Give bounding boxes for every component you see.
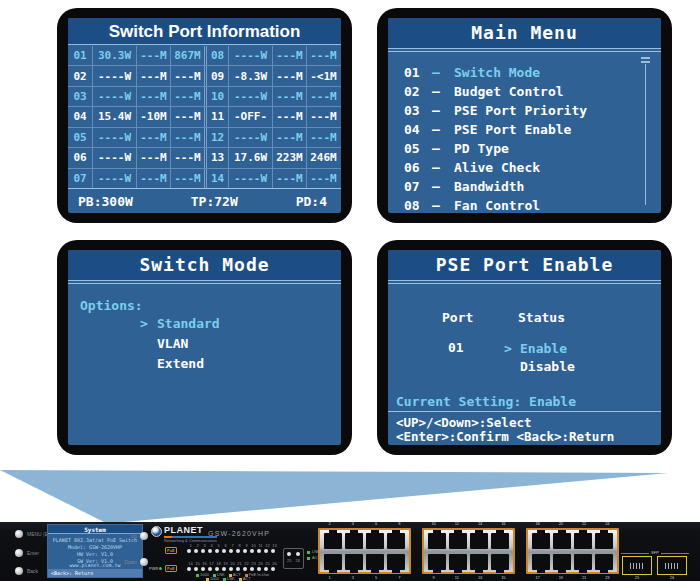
main-menu-list: 01–Switch Mode02–Budget Control03–PSE Po… — [404, 63, 632, 213]
port-value-cell: ---M — [170, 107, 204, 126]
led-row-bottom — [187, 567, 275, 571]
screen-port-info: Switch Port Information 0130.3W---M867M0… — [68, 18, 341, 213]
port-number-label: 3 — [341, 576, 364, 580]
menu-esc-button[interactable] — [15, 530, 23, 538]
port-led — [257, 549, 261, 553]
led-number: 13 — [271, 544, 278, 548]
port-number-label: 9 — [422, 576, 445, 580]
menu-item-alive-check[interactable]: 06–Alive Check — [404, 158, 632, 177]
port-led — [257, 567, 261, 571]
switch-mode-option-list: >StandardVLANExtend — [140, 314, 220, 374]
led-number: 14 — [187, 562, 194, 566]
menu-item-fan-control[interactable]: 08–Fan Control — [404, 196, 632, 213]
port-led — [264, 567, 268, 571]
port-value-cell: ---M — [136, 128, 170, 147]
port-led — [222, 567, 226, 571]
down-button[interactable] — [140, 558, 148, 566]
port-led — [236, 549, 240, 553]
menu-item-number: 08 — [404, 196, 432, 213]
rj45-port — [532, 533, 550, 549]
rj45-port — [428, 533, 446, 549]
port-number-label: 21 — [573, 576, 596, 580]
port-number-label: 8 — [388, 522, 411, 526]
port-column-header: Port — [442, 310, 473, 325]
menu-item-pse-port-priority[interactable]: 03–PSE Port Priority — [404, 101, 632, 120]
port-number-cell: 10 — [204, 87, 228, 106]
led-number: 2 — [194, 544, 201, 548]
rj45-port-group-2 — [422, 528, 515, 574]
option-extend[interactable]: Extend — [140, 354, 220, 374]
pse-status-option-list: >EnableDisable — [504, 340, 575, 376]
options-label: Options: — [80, 298, 143, 313]
rj45-port — [449, 533, 467, 549]
port-led — [250, 567, 254, 571]
sfp-led-numbers: 2526 — [284, 558, 303, 563]
port-value-cell: 17.6W — [228, 148, 272, 167]
port-value-cell: ---M — [170, 66, 204, 85]
status-option-disable[interactable]: Disable — [504, 358, 575, 376]
port-led — [250, 549, 254, 553]
planet-globe-icon — [151, 526, 162, 537]
port-led — [201, 567, 205, 571]
menu-item-switch-mode[interactable]: 01–Switch Mode — [404, 63, 632, 82]
legend-label: 1000 — [210, 577, 219, 581]
led-number: 8 — [236, 544, 243, 548]
sfp-group-label: SFP — [621, 551, 689, 555]
menu-item-pse-port-enable[interactable]: 04–PSE Port Enable — [404, 120, 632, 139]
led-number: 9 — [243, 544, 250, 548]
port-number-label: 20 — [549, 522, 572, 526]
up-button[interactable] — [140, 532, 148, 540]
menu-item-bandwidth[interactable]: 07–Bandwidth — [404, 177, 632, 196]
port-led — [201, 549, 205, 553]
scrollbar-track[interactable] — [645, 64, 646, 205]
port-info-table: 0130.3W---M867M08----W---M---M02----W---… — [68, 46, 341, 188]
rj45-port — [574, 533, 592, 549]
port-value-cell: ----W — [92, 87, 136, 106]
rj45-port — [595, 554, 613, 570]
menu-item-separator: – — [432, 196, 454, 213]
menu-item-number: 03 — [404, 101, 432, 120]
pse-enable-title: PSE Port Enable — [388, 250, 661, 280]
menu-item-label: Budget Control — [454, 84, 564, 99]
option-standard[interactable]: >Standard — [140, 314, 220, 334]
led-number: 21 — [236, 562, 243, 566]
main-menu-title: Main Menu — [388, 18, 661, 48]
port-number-label: 18 — [526, 522, 549, 526]
port-number-label: 10 — [422, 522, 445, 526]
screen-main-menu: Main Menu 01–Switch Mode02–Budget Contro… — [388, 18, 661, 213]
port-number-cell: 12 — [204, 128, 228, 147]
rj45-port — [470, 554, 488, 570]
back-button[interactable] — [15, 567, 23, 575]
legend-entry: ACT — [239, 577, 251, 581]
led-number: 18 — [215, 562, 222, 566]
port-value-cell: ----W — [228, 46, 272, 65]
port-info-row: 07----W---M---M14----W---M---M — [68, 169, 341, 188]
port-value-cell: ---M — [272, 46, 306, 65]
port-value-cell: ---M — [306, 107, 340, 126]
menu-item-label: Alive Check — [454, 160, 540, 175]
port-number-label: 17 — [526, 576, 549, 580]
port-info-row: 03----W---M---M10----W---M---M — [68, 87, 341, 107]
port-led — [271, 549, 275, 553]
led-number: 11 — [257, 544, 264, 548]
power-led-label: PWR — [149, 566, 158, 571]
total-power-value: TP:72W — [191, 194, 238, 209]
port-number-cell: 01 — [68, 46, 92, 65]
port-led — [229, 567, 233, 571]
legend-swatch — [206, 578, 209, 581]
port-led — [264, 549, 268, 553]
port-led — [194, 549, 198, 553]
port-value-cell: ---M — [170, 128, 204, 147]
port-led — [208, 549, 212, 553]
status-option-enable[interactable]: >Enable — [504, 340, 575, 358]
legend-label: PoE In-Use — [249, 573, 269, 577]
enter-button[interactable] — [15, 549, 23, 557]
menu-item-pd-type[interactable]: 05–PD Type — [404, 139, 632, 158]
power-led-dot — [159, 567, 162, 570]
scrollbar-handle[interactable] — [641, 57, 650, 63]
status-option-label: Disable — [520, 359, 575, 374]
menu-item-label: Bandwidth — [454, 179, 524, 194]
menu-item-budget-control[interactable]: 02–Budget Control — [404, 82, 632, 101]
option-vlan[interactable]: VLAN — [140, 334, 220, 354]
poe-led-label-bottom: PoE — [165, 565, 177, 572]
